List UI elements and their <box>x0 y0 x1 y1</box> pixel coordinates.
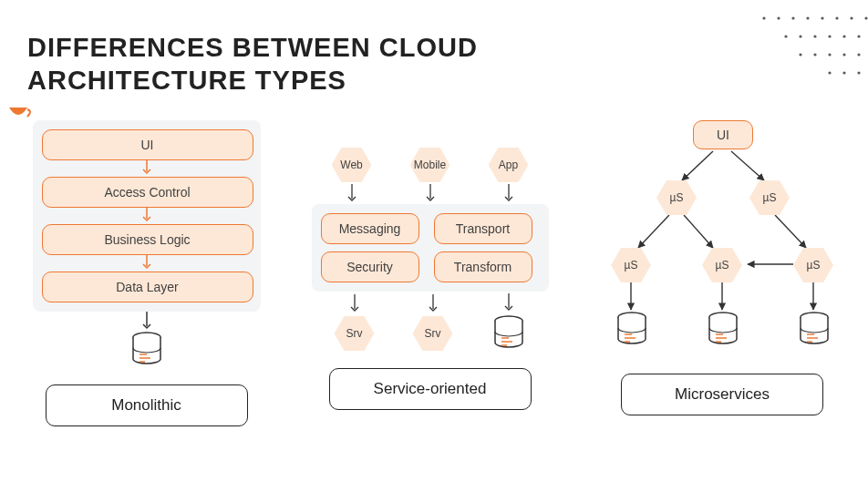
hex-label: Mobile <box>414 159 446 171</box>
hex-app: App <box>489 148 529 182</box>
monolithic-panel: UI Access Control Business Logic Data La… <box>33 120 261 312</box>
ms-root-ui: UI <box>693 120 753 149</box>
hex-label: Web <box>340 159 362 171</box>
svg-point-8 <box>784 35 787 37</box>
column-microservices: UI µS µS µS µS µS Microservices <box>594 120 850 426</box>
decorative-dot-grid <box>759 9 868 82</box>
hex-srv-2: Srv <box>413 316 453 351</box>
hex-mobile: Mobile <box>410 148 450 182</box>
layer-business-logic: Business Logic <box>42 224 253 255</box>
service-security: Security <box>321 251 419 282</box>
svg-point-7 <box>864 16 867 19</box>
svg-point-6 <box>850 16 852 19</box>
svg-point-9 <box>799 35 801 37</box>
svg-point-14 <box>799 53 801 56</box>
svg-point-5 <box>835 16 838 19</box>
page-title: DIFFERENCES BETWEEN CLOUD ARCHITECTURE T… <box>27 31 478 97</box>
service-transform: Transform <box>434 251 532 282</box>
svg-point-4 <box>821 16 823 19</box>
label-microservices: Microservices <box>621 374 823 415</box>
layer-ui: UI <box>42 129 253 160</box>
svg-line-44 <box>775 215 806 248</box>
svg-point-19 <box>828 71 831 74</box>
arrow-down-icon <box>42 255 252 272</box>
title-line-2: ARCHITECTURE TYPES <box>27 64 478 97</box>
svg-point-17 <box>842 53 845 56</box>
arrow-down-icon <box>502 293 515 313</box>
hex-label: µS <box>807 259 821 272</box>
svg-point-20 <box>842 71 845 74</box>
soa-services-panel: Messaging Transport Security Transform <box>312 204 549 292</box>
hex-web: Web <box>332 148 372 182</box>
arrow-down-icon <box>42 160 252 177</box>
arrow-down-icon <box>346 184 358 204</box>
column-monolithic: UI Access Control Business Logic Data La… <box>27 120 265 426</box>
ms-node-0: µS <box>656 180 697 215</box>
svg-point-15 <box>813 53 816 56</box>
title-line-1: DIFFERENCES BETWEEN CLOUD <box>27 31 478 64</box>
hex-label: µS <box>716 259 729 272</box>
svg-point-18 <box>857 53 860 56</box>
arrow-down-icon <box>424 184 437 204</box>
label-monolithic: Monolithic <box>46 384 248 426</box>
hex-label: App <box>499 159 518 171</box>
arrow-down-icon <box>140 312 153 332</box>
layer-access-control: Access Control <box>42 177 253 208</box>
ms-node-1: µS <box>749 180 790 215</box>
arrow-down-icon <box>427 294 439 314</box>
svg-line-41 <box>731 151 764 180</box>
arrow-down-icon <box>42 208 252 224</box>
hex-label: Srv <box>425 327 441 340</box>
hex-label: µS <box>670 191 684 204</box>
ms-node-4: µS <box>793 248 833 282</box>
hex-srv-1: Srv <box>335 316 375 351</box>
database-icon <box>615 312 649 348</box>
database-icon <box>706 312 740 348</box>
ms-node-3: µS <box>702 248 742 282</box>
svg-point-0 <box>762 16 765 19</box>
svg-point-16 <box>828 53 831 56</box>
hex-label: µS <box>763 191 777 204</box>
soa-client-row: Web Mobile App <box>332 148 529 204</box>
layer-data: Data Layer <box>42 272 253 302</box>
svg-point-12 <box>842 35 845 37</box>
hex-label: µS <box>625 259 638 272</box>
service-messaging: Messaging <box>321 213 419 244</box>
ms-node-2: µS <box>611 248 651 282</box>
svg-point-21 <box>857 71 860 74</box>
database-icon <box>491 315 526 352</box>
microservices-graph: UI µS µS µS µS µS <box>594 120 850 357</box>
hex-label: Srv <box>346 327 363 340</box>
svg-line-42 <box>638 215 669 248</box>
svg-point-13 <box>857 35 860 37</box>
database-icon <box>129 332 164 368</box>
svg-point-1 <box>777 16 780 19</box>
svg-point-2 <box>791 16 794 19</box>
svg-line-40 <box>682 151 713 180</box>
arrow-down-icon <box>348 294 361 314</box>
svg-point-11 <box>828 35 831 37</box>
label-soa: Service-oriented <box>329 368 532 410</box>
arrow-down-icon <box>502 184 515 204</box>
service-transport: Transport <box>434 213 532 244</box>
ms-root-label: UI <box>717 128 729 142</box>
database-icon <box>797 312 832 348</box>
svg-point-10 <box>813 35 816 37</box>
column-soa: Web Mobile App Messaging Transport Secur… <box>311 120 549 426</box>
svg-line-43 <box>684 215 713 248</box>
svg-point-3 <box>806 16 809 19</box>
